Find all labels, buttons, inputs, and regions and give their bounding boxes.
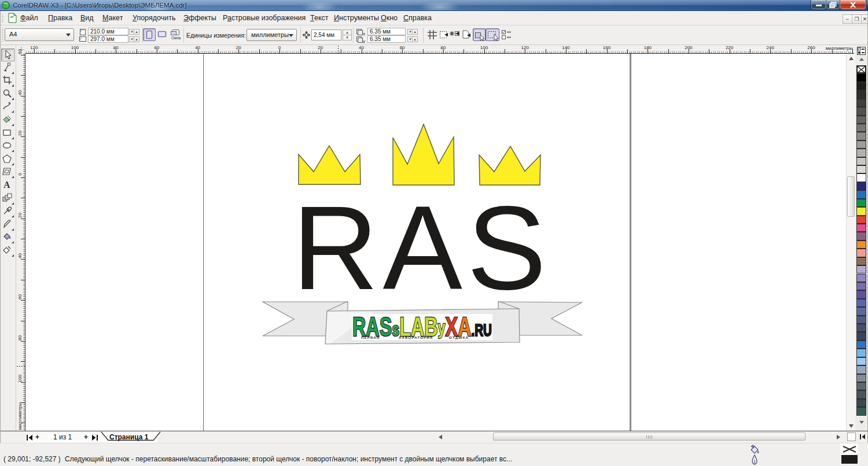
svg-text:y: y bbox=[363, 39, 365, 43]
svg-text:Окна: Окна bbox=[171, 36, 181, 40]
svg-text:ОТДЫХА: ОТДЫХА bbox=[449, 335, 469, 339]
svg-text:A: A bbox=[3, 180, 10, 190]
svg-text:ПЕРВАЯ: ПЕРВАЯ bbox=[361, 335, 380, 339]
svg-text:x: x bbox=[363, 31, 365, 36]
svg-text:ЛАБОРАТОРИЯ: ЛАБОРАТОРИЯ bbox=[399, 335, 433, 339]
